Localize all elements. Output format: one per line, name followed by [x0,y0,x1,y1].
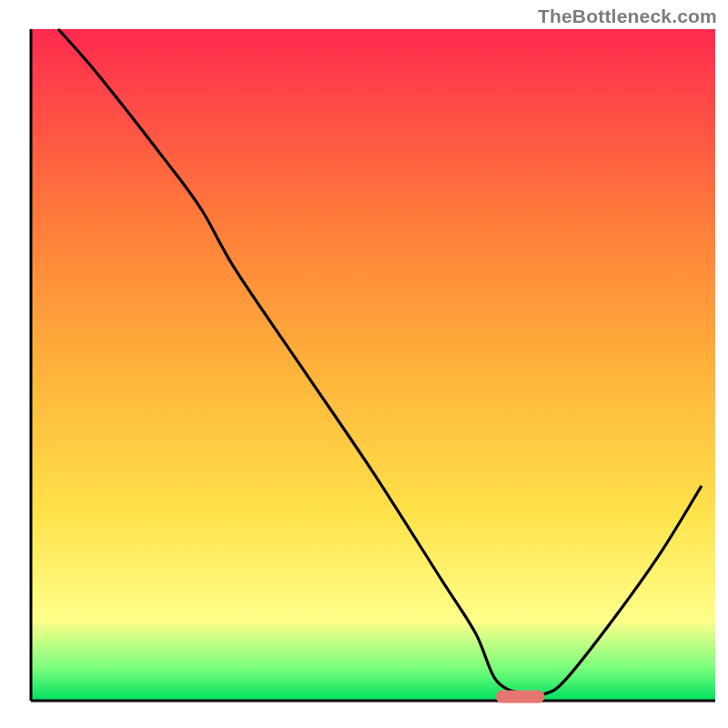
optimal-marker [496,691,544,703]
attribution-label: TheBottleneck.com [538,5,717,27]
bottleneck-chart [0,0,728,728]
chart-container: TheBottleneck.com [0,0,728,728]
plot-background [31,29,715,701]
